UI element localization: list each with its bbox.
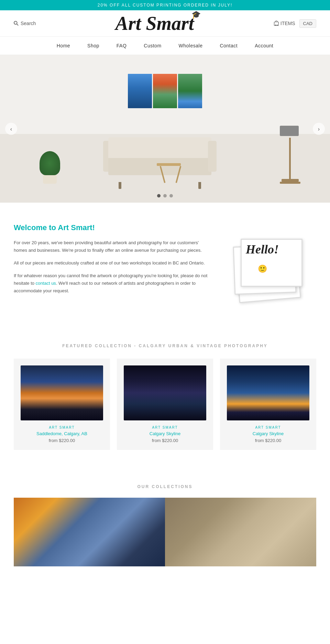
next-arrow-icon: › bbox=[318, 126, 320, 132]
nav-item-faq[interactable]: FAQ bbox=[117, 43, 127, 48]
coffee-table bbox=[157, 163, 184, 184]
product-image-2 bbox=[124, 365, 206, 420]
wall-art bbox=[128, 74, 202, 108]
main-nav: Home Shop FAQ Custom Wholesale Contact A… bbox=[0, 36, 330, 55]
sofa-leg-left bbox=[119, 182, 121, 189]
product-image-1 bbox=[21, 365, 103, 420]
art-panel-left bbox=[128, 74, 152, 108]
product-grid: ART SMART Saddledome, Calgary, AB from $… bbox=[14, 359, 316, 450]
floor-lamp bbox=[280, 126, 300, 184]
svg-point-4 bbox=[277, 25, 277, 25]
search-icon bbox=[14, 21, 19, 26]
lamp-base-wide bbox=[280, 182, 300, 184]
lamp-pole bbox=[289, 138, 291, 179]
carousel-prev-button[interactable]: ‹ bbox=[5, 123, 17, 135]
collection-image-vintage-building bbox=[165, 498, 316, 566]
header-right: ITEMS CAD bbox=[274, 19, 316, 28]
product-brand-1: ART SMART bbox=[21, 426, 103, 429]
logo-text: Art Smart bbox=[116, 14, 194, 33]
nav-item-account[interactable]: Account bbox=[255, 43, 273, 48]
product-price-2: from $220.00 bbox=[124, 438, 206, 443]
logo[interactable]: Art Smart 🎓 bbox=[116, 14, 194, 33]
product-brand-2: ART SMART bbox=[124, 426, 206, 429]
featured-section: FEATURED COLLECTION - CALGARY URBAN & VI… bbox=[0, 330, 330, 471]
nav-item-shop[interactable]: Shop bbox=[87, 43, 99, 48]
welcome-para3: If for whatever reason you cannot find t… bbox=[14, 272, 210, 295]
canvas-stack: Hello! 🙂 bbox=[227, 228, 309, 304]
hello-image: Hello! 🙂 bbox=[220, 223, 316, 309]
art-panel-center bbox=[153, 74, 177, 108]
currency-selector[interactable]: CAD bbox=[299, 19, 316, 28]
nav-item-custom[interactable]: Custom bbox=[144, 43, 161, 48]
product-price-3: from $220.00 bbox=[227, 438, 309, 443]
welcome-para1: For over 20 years, we've been providing … bbox=[14, 239, 210, 254]
featured-heading: FEATURED COLLECTION - CALGARY URBAN & VI… bbox=[14, 343, 316, 348]
product-title-3[interactable]: Calgary Skyline bbox=[227, 431, 309, 436]
welcome-section: Welcome to Art Smart! For over 20 years,… bbox=[0, 203, 330, 330]
header: Search Art Smart 🎓 ITEMS CAD bbox=[0, 10, 330, 36]
carousel-dots bbox=[0, 194, 330, 197]
table-top bbox=[157, 163, 181, 166]
collections-section: OUR COLLECTIONS bbox=[0, 471, 330, 573]
city-image-saddledome bbox=[21, 365, 103, 420]
table-leg-right bbox=[176, 166, 182, 183]
hero-image bbox=[0, 55, 330, 203]
search-button[interactable]: Search bbox=[14, 21, 36, 26]
plant-pot bbox=[43, 175, 57, 184]
collections-grid bbox=[14, 498, 316, 566]
search-label: Search bbox=[21, 21, 36, 26]
product-price-1: from $220.00 bbox=[21, 438, 103, 443]
carousel-dot-2[interactable] bbox=[163, 194, 167, 197]
plant bbox=[40, 151, 60, 184]
collection-item-2[interactable] bbox=[165, 498, 316, 566]
product-brand-3: ART SMART bbox=[227, 426, 309, 429]
product-title-2[interactable]: Calgary Skyline bbox=[124, 431, 206, 436]
svg-rect-2 bbox=[274, 22, 278, 25]
lamp-base bbox=[282, 179, 299, 182]
product-title-1[interactable]: Saddledome, Calgary, AB bbox=[21, 431, 103, 436]
cart-label: ITEMS bbox=[280, 21, 295, 26]
hello-text: Hello! bbox=[246, 242, 279, 257]
city-image-skyline-2 bbox=[227, 365, 309, 420]
city-image-skyline-1 bbox=[124, 365, 206, 420]
contact-link[interactable]: contact us bbox=[36, 281, 56, 286]
carousel-next-button[interactable]: › bbox=[313, 123, 325, 135]
carousel-dot-1[interactable] bbox=[157, 194, 161, 197]
cart-button[interactable]: ITEMS bbox=[274, 21, 295, 26]
table-leg-left bbox=[160, 166, 166, 183]
announcement-text: 20% OFF ALL CUSTOM PRINTING ORDERED IN J… bbox=[98, 3, 233, 8]
art-panel-right bbox=[178, 74, 202, 108]
cart-icon bbox=[274, 21, 279, 26]
nav-item-wholesale[interactable]: Wholesale bbox=[179, 43, 203, 48]
svg-point-3 bbox=[275, 25, 276, 25]
product-card-2[interactable]: ART SMART Calgary Skyline from $220.00 bbox=[117, 359, 213, 450]
product-card-1[interactable]: ART SMART Saddledome, Calgary, AB from $… bbox=[14, 359, 110, 450]
svg-point-0 bbox=[14, 21, 17, 24]
smiley-icon: 🙂 bbox=[258, 264, 267, 273]
prev-arrow-icon: ‹ bbox=[10, 126, 12, 132]
collection-item-1[interactable] bbox=[14, 498, 165, 566]
welcome-para2: All of our pieces are meticulously craft… bbox=[14, 259, 210, 267]
nav-item-contact[interactable]: Contact bbox=[220, 43, 238, 48]
product-card-3[interactable]: ART SMART Calgary Skyline from $220.00 bbox=[220, 359, 316, 450]
hero-carousel: ‹ › bbox=[0, 55, 330, 203]
lamp-shade bbox=[280, 126, 299, 136]
welcome-text: Welcome to Art Smart! For over 20 years,… bbox=[14, 223, 210, 300]
plant-leaves bbox=[40, 151, 60, 175]
graduation-hat-icon: 🎓 bbox=[191, 10, 201, 19]
collections-heading: OUR COLLECTIONS bbox=[14, 484, 316, 489]
collection-image-golden-gate bbox=[14, 498, 165, 566]
carousel-dot-3[interactable] bbox=[169, 194, 173, 197]
currency-label: CAD bbox=[303, 21, 312, 26]
product-image-3 bbox=[227, 365, 309, 420]
nav-item-home[interactable]: Home bbox=[57, 43, 70, 48]
svg-line-1 bbox=[17, 24, 18, 25]
sofa-leg-right bbox=[198, 182, 201, 189]
sofa-scene bbox=[0, 55, 330, 203]
sofa-arm-right bbox=[208, 141, 217, 172]
announcement-bar: 20% OFF ALL CUSTOM PRINTING ORDERED IN J… bbox=[0, 0, 330, 10]
welcome-heading: Welcome to Art Smart! bbox=[14, 223, 210, 232]
